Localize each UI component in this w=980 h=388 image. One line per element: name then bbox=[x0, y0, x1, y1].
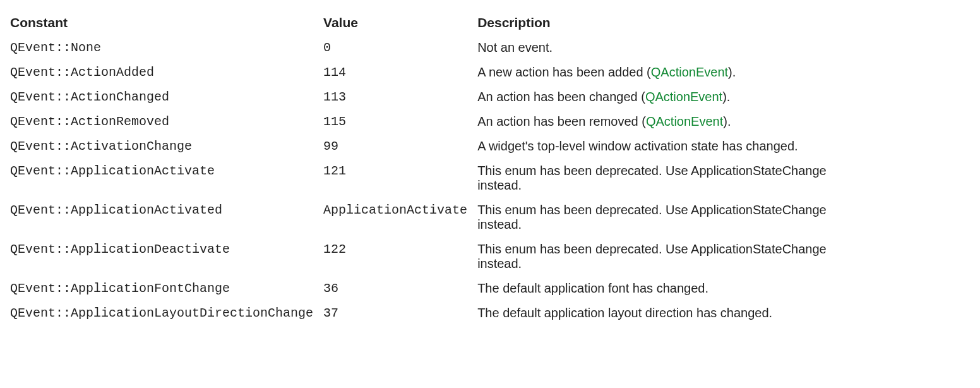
description-text: ). bbox=[723, 114, 731, 128]
description-text: The default application font has changed… bbox=[477, 281, 708, 295]
constant-cell: QEvent::None bbox=[10, 35, 323, 60]
description-text: This enum has been deprecated. Use Appli… bbox=[477, 164, 827, 192]
table-row: QEvent::ActionRemoved115An action has be… bbox=[10, 109, 866, 134]
description-text: An action has been changed ( bbox=[477, 90, 645, 104]
constant-cell: QEvent::ApplicationFontChange bbox=[10, 276, 323, 301]
value-cell: 99 bbox=[323, 134, 477, 159]
enum-table: Constant Value Description QEvent::None0… bbox=[10, 10, 866, 325]
constant-cell: QEvent::ActivationChange bbox=[10, 134, 323, 159]
description-cell: An action has been removed (QActionEvent… bbox=[477, 109, 866, 134]
value-cell: 121 bbox=[323, 159, 477, 198]
constant-cell: QEvent::ApplicationLayoutDirectionChange bbox=[10, 301, 323, 325]
column-header-constant: Constant bbox=[10, 10, 323, 35]
constant-cell: QEvent::ActionChanged bbox=[10, 85, 323, 109]
description-cell: The default application layout direction… bbox=[477, 301, 866, 325]
table-row: QEvent::None0Not an event. bbox=[10, 35, 866, 60]
table-row: QEvent::ActionAdded114A new action has b… bbox=[10, 60, 866, 85]
constant-cell: QEvent::ActionRemoved bbox=[10, 109, 323, 134]
description-text: A widget's top-level window activation s… bbox=[477, 139, 798, 153]
description-cell: This enum has been deprecated. Use Appli… bbox=[477, 237, 866, 276]
constant-cell: QEvent::ActionAdded bbox=[10, 60, 323, 85]
description-cell: This enum has been deprecated. Use Appli… bbox=[477, 159, 866, 198]
constant-cell: QEvent::ApplicationActivate bbox=[10, 159, 323, 198]
table-row: QEvent::ApplicationActivatedApplicationA… bbox=[10, 198, 866, 237]
table-row: QEvent::ActivationChange99A widget's top… bbox=[10, 134, 866, 159]
reference-link[interactable]: QActionEvent bbox=[646, 114, 723, 128]
value-cell: 36 bbox=[323, 276, 477, 301]
description-text: This enum has been deprecated. Use Appli… bbox=[477, 203, 827, 231]
table-row: QEvent::ApplicationLayoutDirectionChange… bbox=[10, 301, 866, 325]
value-cell: 113 bbox=[323, 85, 477, 109]
reference-link[interactable]: QActionEvent bbox=[645, 90, 722, 104]
description-cell: This enum has been deprecated. Use Appli… bbox=[477, 198, 866, 237]
value-cell: 122 bbox=[323, 237, 477, 276]
description-text: An action has been removed ( bbox=[477, 114, 646, 128]
description-cell: The default application font has changed… bbox=[477, 276, 866, 301]
value-cell: ApplicationActivate bbox=[323, 198, 477, 237]
table-row: QEvent::ApplicationActivate121This enum … bbox=[10, 159, 866, 198]
description-cell: An action has been changed (QActionEvent… bbox=[477, 85, 866, 109]
description-cell: A new action has been added (QActionEven… bbox=[477, 60, 866, 85]
value-cell: 37 bbox=[323, 301, 477, 325]
table-row: QEvent::ActionChanged113An action has be… bbox=[10, 85, 866, 109]
description-text: A new action has been added ( bbox=[477, 65, 651, 79]
constant-cell: QEvent::ApplicationDeactivate bbox=[10, 237, 323, 276]
value-cell: 0 bbox=[323, 35, 477, 60]
constant-cell: QEvent::ApplicationActivated bbox=[10, 198, 323, 237]
column-header-value: Value bbox=[323, 10, 477, 35]
description-cell: Not an event. bbox=[477, 35, 866, 60]
table-row: QEvent::ApplicationFontChange36The defau… bbox=[10, 276, 866, 301]
table-row: QEvent::ApplicationDeactivate122This enu… bbox=[10, 237, 866, 276]
value-cell: 115 bbox=[323, 109, 477, 134]
description-text: This enum has been deprecated. Use Appli… bbox=[477, 242, 827, 270]
description-cell: A widget's top-level window activation s… bbox=[477, 134, 866, 159]
description-text: The default application layout direction… bbox=[477, 306, 772, 320]
reference-link[interactable]: QActionEvent bbox=[651, 65, 728, 79]
description-text: ). bbox=[722, 90, 730, 104]
value-cell: 114 bbox=[323, 60, 477, 85]
description-text: Not an event. bbox=[477, 40, 553, 54]
column-header-description: Description bbox=[477, 10, 866, 35]
description-text: ). bbox=[728, 65, 736, 79]
